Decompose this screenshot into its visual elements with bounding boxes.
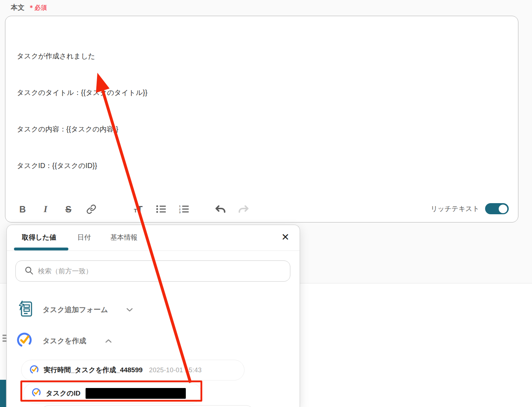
group-label: タスクを作成 <box>43 336 86 346</box>
search-input[interactable] <box>38 267 290 275</box>
group-task-add-form[interactable]: タスク追加フォーム <box>18 300 133 319</box>
editor-line: タスクID：{{タスクのID}} <box>17 159 507 172</box>
editor-line: タスクが作成されました <box>17 50 507 62</box>
editor-toolbar: B I S TT <box>15 201 251 218</box>
rich-text-label: リッチテキスト <box>431 204 479 214</box>
variable-picker-popup: 取得した値 日付 基本情報 ✕ <box>6 225 300 407</box>
field-label: 本文＊必須 <box>11 3 47 12</box>
close-icon: ✕ <box>281 231 290 243</box>
group-create-task[interactable]: タスクを作成 <box>16 332 112 350</box>
task-check-icon <box>29 365 39 376</box>
task-check-icon <box>32 388 41 399</box>
bullet-list-button[interactable] <box>154 202 168 216</box>
link-icon <box>86 204 96 214</box>
redo-button[interactable] <box>236 202 251 216</box>
tab-retrieved-values[interactable]: 取得した値 <box>22 233 56 242</box>
font-size-button[interactable]: TT <box>131 202 145 216</box>
font-size-icon: TT <box>134 204 142 215</box>
italic-button[interactable]: I <box>38 202 53 216</box>
editor-line: タスクの内容：{{タスクの内容}} <box>17 123 507 135</box>
active-tab-indicator <box>14 248 68 250</box>
variable-label: タスクのID <box>46 389 81 398</box>
variable-item-partial[interactable] <box>42 405 253 407</box>
toggle-knob <box>499 205 507 213</box>
body-editor-card: タスクが作成されました タスクのタイトル：{{タスクのタイトル}} タスクの内容… <box>5 16 518 222</box>
variable-timestamp: 2025-10-01 15:43 <box>149 367 202 374</box>
task-check-icon <box>16 332 33 350</box>
bullet-list-icon <box>156 205 166 214</box>
field-label-text: 本文 <box>11 4 25 11</box>
variable-item-task-id[interactable]: タスクのID <box>23 383 202 403</box>
tabs-divider <box>7 250 300 251</box>
chevron-down-icon <box>126 307 133 312</box>
tab-date[interactable]: 日付 <box>77 233 91 242</box>
search-box <box>15 260 290 282</box>
rich-text-toggle[interactable] <box>485 203 509 214</box>
bold-button[interactable]: B <box>15 202 30 216</box>
variable-item-execution-time[interactable]: 実行時間_タスクを作成_448599 2025-10-01 15:43 <box>21 360 245 380</box>
numbered-list-icon: 123 <box>179 205 189 214</box>
strikethrough-icon: S <box>66 204 72 215</box>
link-button[interactable] <box>84 202 98 216</box>
undo-button[interactable] <box>213 202 228 216</box>
close-button[interactable]: ✕ <box>279 231 292 244</box>
redo-icon <box>238 205 249 214</box>
occluded-text-fragment <box>3 335 6 346</box>
required-badge: ＊必須 <box>28 4 47 11</box>
redacted-value-bar <box>86 388 186 399</box>
chevron-up-icon <box>105 339 112 343</box>
rich-text-control: リッチテキスト <box>431 203 509 214</box>
strikethrough-button[interactable]: S <box>61 202 76 216</box>
editor-line: タスクのタイトル：{{タスクのタイトル}} <box>17 86 507 99</box>
undo-icon <box>215 205 226 214</box>
tab-basic-info[interactable]: 基本情報 <box>110 233 137 242</box>
form-icon <box>18 300 33 319</box>
italic-icon: I <box>44 204 47 215</box>
variable-label: 実行時間_タスクを作成_448599 <box>44 365 142 375</box>
search-icon <box>24 266 34 277</box>
group-label: タスク追加フォーム <box>43 305 108 315</box>
bold-icon: B <box>19 204 26 215</box>
svg-text:3: 3 <box>179 211 181 214</box>
page: 本文＊必須 タスクが作成されました タスクのタイトル：{{タスクのタイトル}} … <box>0 0 532 407</box>
body-editor-textarea[interactable]: タスクが作成されました タスクのタイトル：{{タスクのタイトル}} タスクの内容… <box>17 25 507 196</box>
numbered-list-button[interactable]: 123 <box>177 202 191 216</box>
occluded-teal-element <box>0 380 6 407</box>
